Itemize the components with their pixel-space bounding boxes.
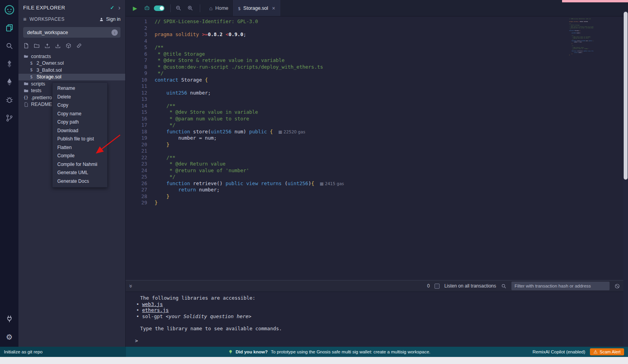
line-number: 23 (126, 161, 147, 167)
annotation-arrow (90, 132, 126, 159)
line-number: 4 (126, 38, 147, 45)
line-number: 13 (126, 96, 147, 103)
context-menu-item-copy-name[interactable]: Copy name (53, 110, 107, 118)
new-folder-button[interactable] (34, 43, 40, 49)
context-menu-item-copy-path[interactable]: Copy path (53, 118, 107, 127)
upload-file-button[interactable] (44, 43, 51, 49)
folder-open-icon (23, 54, 29, 59)
link-icon (76, 43, 82, 49)
listen-all-transactions-label: Listen on all transactions (444, 283, 496, 289)
zoom-in-button[interactable] (185, 4, 195, 13)
new-file-button[interactable] (23, 43, 29, 49)
sidebar-item-file-explorer[interactable] (4, 22, 15, 34)
file-explorer-icon (5, 24, 14, 32)
line-number: 22 (126, 155, 147, 161)
scam-alert-badge[interactable]: ⚠ Scam Alert (590, 348, 624, 355)
bullet: • (136, 307, 142, 313)
line-number: 5 (126, 44, 147, 51)
context-menu-item-generate-uml[interactable]: Generate UML (53, 169, 107, 177)
context-menu-item-delete[interactable]: Delete (53, 93, 107, 102)
terminal-line (126, 319, 628, 326)
sidebar-item-git[interactable] (4, 112, 15, 124)
upload-folder-button[interactable] (55, 43, 61, 49)
code-editor[interactable]: 1234567891011121314151617181920212223242… (126, 16, 628, 280)
code-line (155, 83, 628, 90)
remix-ide-app: ⚙ FILE EXPLORER ✓ › ≡ WORKSPACES Sign in (0, 0, 628, 364)
transaction-filter-input[interactable] (511, 282, 610, 290)
line-number: 28 (126, 193, 147, 200)
terminal-panel[interactable]: The following libraries are accessible:•… (126, 292, 628, 347)
terminal-search-button[interactable] (501, 283, 507, 289)
code-line: * @dev Return value (155, 161, 628, 167)
deploy-run-icon (5, 78, 14, 86)
collapse-terminal-icon[interactable]: » (128, 284, 135, 288)
page-scrollbar-thumb[interactable] (624, 12, 628, 180)
context-menu-item-generate-docs[interactable]: Generate Docs (53, 177, 107, 186)
new-file-icon (23, 43, 29, 49)
file-label: README. (31, 102, 53, 107)
context-menu-item-compile-for-nahmii[interactable]: Compile for Nahmii (53, 160, 107, 169)
tab-storage-sol[interactable]: SStorage.sol× (234, 0, 280, 16)
listen-all-transactions-checkbox[interactable] (434, 284, 440, 289)
code-line: function retrieve() public view returns … (155, 180, 628, 187)
file-tree-item-2-owner-sol[interactable]: S2_Owner.sol (18, 60, 125, 67)
line-number: 25 (126, 174, 147, 180)
sidebar-item-solidity-compiler[interactable] (4, 58, 15, 70)
sidebar-item-debugger[interactable] (4, 94, 15, 106)
sidebar-item-settings[interactable]: ⚙ (4, 331, 15, 343)
run-script-button[interactable]: ▶ (130, 4, 140, 13)
chevron-right-icon[interactable]: › (118, 4, 120, 11)
close-tab-icon[interactable]: × (272, 5, 275, 11)
terminal-prompt: > (126, 338, 628, 344)
line-number: 15 (126, 109, 147, 116)
plugin-icon (5, 315, 14, 323)
remix-logo[interactable] (4, 4, 15, 16)
file-label: .prettierro (31, 95, 52, 100)
line-number: 26 (126, 180, 147, 187)
tab-home[interactable]: ⌂Home (204, 0, 234, 16)
file-tree-item-3-ballot-sol[interactable]: S3_Ballot.sol (18, 67, 125, 74)
code-line (155, 148, 628, 155)
import-from-url-button[interactable] (76, 43, 82, 49)
file-tree-item-contracts[interactable]: contracts (18, 53, 125, 60)
copilot-status[interactable]: RemixAI Copilot (enabled) (533, 349, 585, 354)
terminal-link-web3-js[interactable]: web3.js (142, 301, 163, 307)
editor-toolbar: ▶ (126, 0, 628, 16)
upload-file-icon (44, 43, 50, 49)
code-line: */ (155, 70, 628, 77)
zoom-out-button[interactable] (173, 4, 183, 13)
workspace-dropdown[interactable]: default_workspace ↕ (23, 27, 120, 38)
terminal-link-ethers-js[interactable]: ethers.js (142, 307, 169, 313)
context-menu-item-copy[interactable]: Copy (53, 101, 107, 110)
folder-icon (23, 81, 29, 86)
copilot-toggle[interactable] (154, 5, 164, 11)
code-line: pragma solidity >=0.8.2 <0.9.0; (155, 31, 628, 38)
check-icon[interactable]: ✓ (110, 5, 114, 11)
gear-icon: ⚙ (6, 333, 13, 342)
load-from-ipfs-button[interactable] (66, 43, 72, 49)
did-you-know-tip: Did you know? To prototype using the Gno… (126, 349, 533, 355)
code-line: } (155, 200, 628, 206)
icon-rail: ⚙ (0, 0, 18, 347)
line-number: 10 (126, 77, 147, 84)
clear-terminal-button[interactable] (614, 283, 620, 289)
sign-in-label: Sign in (106, 16, 120, 22)
page-scrollbar[interactable] (623, 11, 628, 347)
git-init-button[interactable]: Initialize as git repo (0, 347, 126, 357)
code-line: */ (155, 174, 628, 180)
line-number: 16 (126, 116, 147, 122)
context-menu-item-rename[interactable]: Rename (53, 84, 107, 93)
solidity-icon: S (29, 75, 34, 79)
hamburger-menu-icon[interactable]: ≡ (23, 16, 26, 22)
workspace-switch-icon[interactable]: ↕ (111, 29, 118, 36)
sidebar-item-plugin-manager[interactable] (4, 313, 15, 325)
solidity-compiler-icon (5, 60, 14, 68)
sidebar-item-deploy-run[interactable] (4, 76, 15, 88)
upload-folder-icon (55, 43, 61, 49)
file-tree-item-storage-sol[interactable]: SStorage.sol (18, 74, 125, 81)
sign-in-button[interactable]: Sign in (99, 16, 120, 22)
ai-assistant-button[interactable] (142, 4, 152, 13)
sidebar-item-search[interactable] (4, 40, 15, 52)
editor-inner: 1234567891011121314151617181920212223242… (126, 16, 628, 206)
code-line: */ (155, 122, 628, 129)
